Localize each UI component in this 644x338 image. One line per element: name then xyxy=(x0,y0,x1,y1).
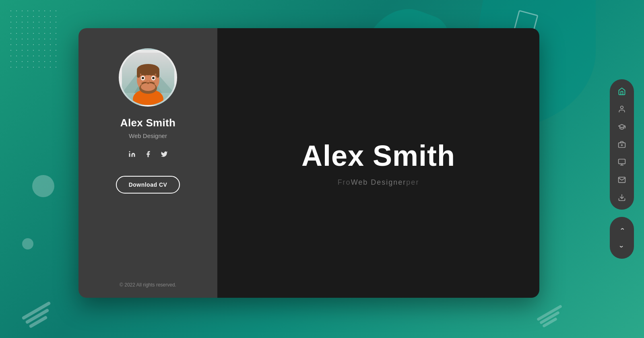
subtitle-main: Web Designer xyxy=(351,178,407,186)
nav-item-about[interactable] xyxy=(613,100,631,118)
bg-circle-2 xyxy=(22,238,33,249)
nav-pills xyxy=(610,79,634,210)
svg-point-15 xyxy=(152,77,155,79)
bg-circle-1 xyxy=(32,175,54,197)
bg-lines-right xyxy=(535,311,564,326)
bg-lines-left xyxy=(20,309,52,326)
svg-point-16 xyxy=(129,151,130,153)
main-content: Alex Smith FroWeb Designerper xyxy=(217,28,539,298)
svg-point-7 xyxy=(137,64,159,75)
linkedin-icon[interactable] xyxy=(128,150,136,160)
facebook-icon[interactable] xyxy=(144,150,152,160)
nav-item-home[interactable] xyxy=(613,82,631,100)
nav-item-contact[interactable] xyxy=(613,171,631,189)
main-card: Alex Smith Web Designer Download CV © 20… xyxy=(78,28,539,298)
svg-rect-8 xyxy=(137,70,140,78)
avatar-svg xyxy=(122,53,174,105)
hero-name: Alex Smith xyxy=(301,139,455,172)
profile-title: Web Designer xyxy=(129,132,167,139)
svg-rect-9 xyxy=(156,70,159,78)
profile-sidebar: Alex Smith Web Designer Download CV © 20… xyxy=(78,28,217,298)
avatar xyxy=(119,48,177,107)
svg-point-17 xyxy=(621,106,623,109)
social-links xyxy=(128,150,168,160)
hero-subtitle: FroWeb Designerper xyxy=(338,178,419,187)
profile-name: Alex Smith xyxy=(120,117,175,129)
nav-arrow-up[interactable]: › xyxy=(613,220,631,238)
nav-item-download[interactable] xyxy=(613,189,631,206)
twitter-icon[interactable] xyxy=(161,150,168,160)
svg-rect-21 xyxy=(619,159,625,164)
download-cv-button[interactable]: Download CV xyxy=(116,176,180,194)
subtitle-prefix: Fro xyxy=(338,178,351,186)
nav-arrows: › › xyxy=(610,217,634,259)
sidebar-footer: © 2022 All rights reserved. xyxy=(120,282,176,288)
bg-dots-decoration xyxy=(8,8,60,72)
nav-item-portfolio[interactable] xyxy=(613,153,631,171)
nav-arrow-down[interactable]: › xyxy=(613,238,631,256)
subtitle-suffix: per xyxy=(406,178,419,186)
nav-item-education[interactable] xyxy=(613,118,631,136)
nav-item-experience[interactable] xyxy=(613,136,631,153)
svg-point-14 xyxy=(142,77,144,79)
right-navigation: › › xyxy=(610,79,634,259)
